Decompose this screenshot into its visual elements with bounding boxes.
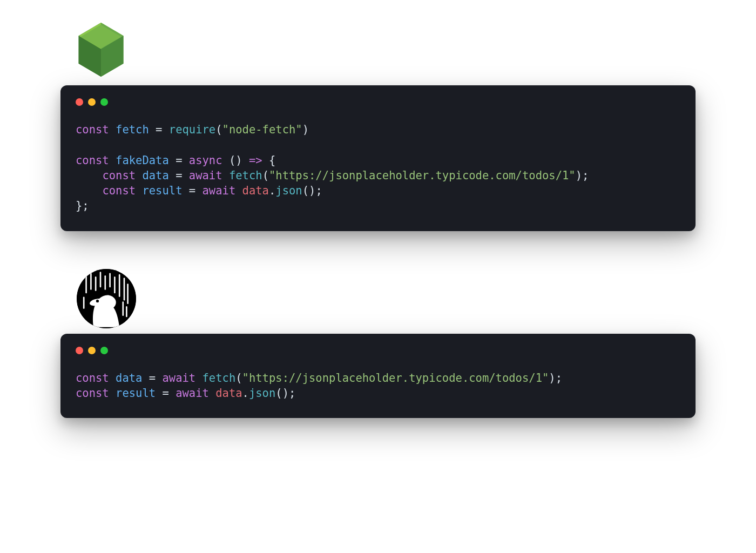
- close-dot-icon[interactable]: [76, 347, 83, 354]
- window-controls: [76, 347, 680, 354]
- deno-section: const data = await fetch("https://jsonpl…: [60, 269, 696, 419]
- maximize-dot-icon[interactable]: [100, 347, 108, 354]
- deno-code: const data = await fetch("https://jsonpl…: [76, 370, 680, 401]
- window-controls: [76, 98, 680, 106]
- deno-code-window: const data = await fetch("https://jsonpl…: [60, 334, 696, 419]
- deno-icon: [77, 269, 136, 328]
- node-logo-wrap: [77, 22, 696, 80]
- maximize-dot-icon[interactable]: [100, 98, 108, 106]
- deno-logo-wrap: [77, 269, 696, 328]
- node-code-window: const fetch = require("node-fetch") cons…: [60, 85, 696, 231]
- node-icon: [77, 22, 125, 78]
- svg-point-20: [96, 299, 99, 302]
- node-section: const fetch = require("node-fetch") cons…: [60, 22, 696, 231]
- node-code: const fetch = require("node-fetch") cons…: [76, 122, 680, 214]
- minimize-dot-icon[interactable]: [88, 347, 96, 354]
- close-dot-icon[interactable]: [76, 98, 83, 106]
- minimize-dot-icon[interactable]: [88, 98, 96, 106]
